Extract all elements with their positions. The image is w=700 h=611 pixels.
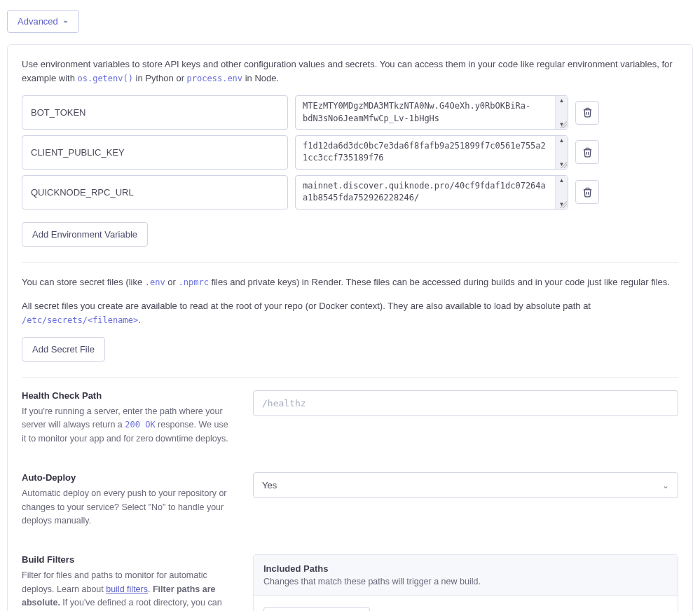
env-row: f1d12da6d3dc0bc7e3da6f8fafb9a251899f7c05… [22, 135, 678, 170]
node-processenv-code: process.env [187, 74, 242, 83]
auto-deploy-title: Auto-Deploy [22, 472, 232, 483]
dotenv-code: .env [145, 277, 165, 287]
add-secret-file-button[interactable]: Add Secret File [22, 337, 105, 362]
env-row: MTEzMTY0MDgzMDA3MTkzNTA0Nw.G4OeXh.y0RbOK… [22, 95, 678, 130]
build-filters-title: Build Filters [22, 554, 232, 565]
auto-deploy-row: Auto-Deploy Automatic deploy on every pu… [22, 472, 678, 528]
env-value-input[interactable]: mainnet.discover.quiknode.pro/40cf9fdaf1… [296, 176, 555, 209]
chevron-down-icon: ⌄ [662, 481, 669, 490]
env-intro: Use environment variables to store API k… [22, 57, 678, 85]
included-paths-panel: Included Paths Changes that match these … [253, 554, 678, 611]
env-key-input[interactable] [22, 135, 288, 170]
delete-env-button[interactable] [575, 101, 599, 125]
python-getenv-code: os.getenv() [77, 74, 132, 83]
build-filters-row: Build Filters Filter for files and paths… [22, 554, 678, 611]
secrets-path-code: /etc/secrets/<filename> [22, 315, 138, 325]
secrets-line1: You can store secret files (like .env or… [22, 275, 678, 289]
env-value-input[interactable]: f1d12da6d3dc0bc7e3da6f8fafb9a251899f7c05… [296, 136, 555, 169]
env-value-input[interactable]: MTEzMTY0MDgzMDA3MTkzNTA0Nw.G4OeXh.y0RbOK… [296, 96, 555, 129]
included-paths-desc: Changes that match these paths will trig… [263, 577, 668, 586]
env-value-wrap: MTEzMTY0MDgzMDA3MTkzNTA0Nw.G4OeXh.y0RbOK… [295, 95, 568, 130]
env-row: mainnet.discover.quiknode.pro/40cf9fdaf1… [22, 175, 678, 210]
advanced-toggle[interactable]: Advanced ⌄⌄ [7, 10, 79, 33]
env-value-wrap: f1d12da6d3dc0bc7e3da6f8fafb9a251899f7c05… [295, 135, 568, 170]
advanced-label: Advanced [18, 16, 58, 27]
trash-icon [582, 147, 593, 158]
health-check-label: Health Check Path If you're running a se… [22, 390, 232, 446]
collapse-icon: ⌄⌄ [62, 18, 69, 25]
advanced-card: Use environment variables to store API k… [7, 44, 693, 611]
textarea-stepper[interactable]: ▲▼ [555, 136, 568, 169]
divider [22, 377, 678, 378]
trash-icon [582, 107, 593, 118]
auto-deploy-select[interactable]: Yes ⌄ [253, 472, 678, 498]
health-check-title: Health Check Path [22, 390, 232, 401]
delete-env-button[interactable] [575, 180, 599, 204]
env-key-input[interactable] [22, 175, 288, 210]
textarea-stepper[interactable]: ▲▼ [555, 96, 568, 129]
env-key-input[interactable] [22, 95, 288, 130]
add-included-path-button[interactable]: + Add Included Path [263, 607, 370, 611]
secrets-line2: All secret files you create are availabl… [22, 299, 678, 327]
auto-deploy-value: Yes [262, 480, 277, 490]
add-env-button[interactable]: Add Environment Variable [22, 222, 148, 247]
auto-deploy-label: Auto-Deploy Automatic deploy on every pu… [22, 472, 232, 528]
env-value-wrap: mainnet.discover.quiknode.pro/40cf9fdaf1… [295, 175, 568, 210]
health-check-input[interactable] [253, 390, 678, 416]
env-rows: MTEzMTY0MDgzMDA3MTkzNTA0Nw.G4OeXh.y0RbOK… [22, 95, 678, 209]
build-filters-label: Build Filters Filter for files and paths… [22, 554, 232, 611]
npmrc-code: .npmrc [179, 277, 209, 287]
textarea-stepper[interactable]: ▲▼ [555, 176, 568, 209]
trash-icon [582, 187, 593, 198]
divider [22, 262, 678, 263]
included-paths-title: Included Paths [263, 563, 668, 574]
http-200-code: 200 OK [125, 420, 155, 430]
delete-env-button[interactable] [575, 140, 599, 164]
health-check-row: Health Check Path If you're running a se… [22, 390, 678, 446]
included-paths-header: Included Paths Changes that match these … [254, 555, 678, 596]
build-filters-link[interactable]: build filters [106, 584, 148, 594]
